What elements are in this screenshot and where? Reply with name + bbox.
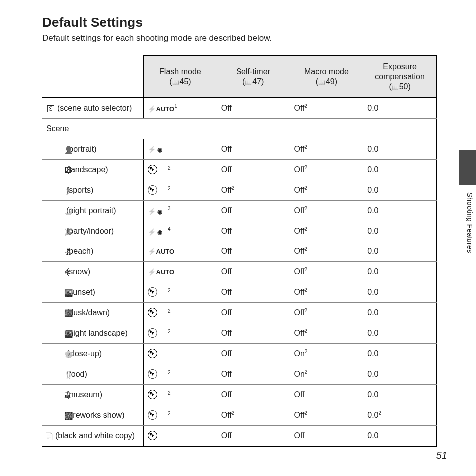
cell-flash bbox=[144, 344, 217, 364]
page-title: Default Settings bbox=[42, 15, 437, 30]
mode-icon: 🎆 bbox=[55, 412, 64, 420]
row-label-night-portrait: 🌙(night portrait) bbox=[42, 201, 144, 221]
mode-icon: 🅂 bbox=[46, 105, 55, 113]
row-label-dusk: 🌆(dusk/dawn) bbox=[42, 303, 144, 323]
section-tab bbox=[459, 150, 476, 185]
cell-macro: On2 bbox=[290, 364, 363, 385]
cell-macro: Off2 bbox=[290, 405, 363, 426]
cell-timer: Off bbox=[217, 98, 290, 119]
row-label-beach: 🏖(beach) bbox=[42, 241, 144, 262]
row-label-party: 🎉(party/indoor) bbox=[42, 221, 144, 241]
mode-icon: 📄 bbox=[44, 432, 53, 441]
cell-timer: Off bbox=[217, 344, 290, 364]
page-number: 51 bbox=[436, 450, 447, 461]
cell-macro: Off2 bbox=[290, 221, 363, 241]
cell-timer: Off bbox=[217, 364, 290, 385]
flash-off-icon bbox=[148, 287, 157, 297]
cell-macro: Off2 bbox=[290, 262, 363, 282]
cell-flash: 3 bbox=[144, 201, 217, 221]
cell-macro: Off2 bbox=[290, 282, 363, 303]
row-label-food: 🍴(food) bbox=[42, 364, 144, 385]
row-label-fireworks: 🎆(fireworks show) bbox=[42, 405, 144, 426]
cell-flash: 2 bbox=[144, 323, 217, 344]
table-row: 🌇(sunset)2OffOff20.0 bbox=[42, 282, 437, 303]
cell-macro: Off2 bbox=[290, 160, 363, 180]
table-row: 🌆(dusk/dawn)2OffOff20.0 bbox=[42, 303, 437, 323]
cell-exposure: 0.0 bbox=[363, 282, 437, 303]
cell-timer: Off bbox=[217, 426, 290, 447]
scene-group-label: Scene bbox=[42, 119, 144, 139]
cell-flash: AUTO bbox=[144, 241, 217, 262]
mode-icon: 🌃 bbox=[55, 330, 64, 338]
table-row: 🏖(beach)AUTOOffOff20.0 bbox=[42, 241, 437, 262]
cell-macro: Off bbox=[290, 426, 363, 447]
cell-flash: 2 bbox=[144, 385, 217, 405]
table-row: 🖼(landscape)2OffOff20.0 bbox=[42, 160, 437, 180]
row-label-snow: ❄(snow) bbox=[42, 262, 144, 282]
cell-timer: Off bbox=[217, 160, 290, 180]
cell-exposure: 0.0 bbox=[363, 303, 437, 323]
header-blank bbox=[42, 56, 144, 98]
cell-exposure: 0.0 bbox=[363, 262, 437, 282]
table-row: 🌸(close-up)OffOn20.0 bbox=[42, 344, 437, 364]
cell-flash: 2 bbox=[144, 303, 217, 323]
book-icon bbox=[172, 77, 180, 86]
cell-exposure: 0.0 bbox=[363, 201, 437, 221]
cell-flash: 2 bbox=[144, 282, 217, 303]
cell-exposure: 0.0 bbox=[363, 364, 437, 385]
flash-off-icon bbox=[148, 369, 157, 379]
cell-flash: 2 bbox=[144, 364, 217, 385]
cell-macro: On2 bbox=[290, 344, 363, 364]
cell-flash bbox=[144, 426, 217, 447]
cell-timer: Off bbox=[217, 262, 290, 282]
intro-text: Default settings for each shooting mode … bbox=[42, 33, 437, 43]
cell-exposure: 0.0 bbox=[363, 180, 437, 201]
mode-icon: 🏖 bbox=[55, 248, 64, 256]
cell-macro: Off2 bbox=[290, 303, 363, 323]
section-label: Shooting Features bbox=[466, 192, 474, 253]
row-label-bw-copy: 📄(black and white copy) bbox=[42, 426, 144, 447]
mode-icon: 🖼 bbox=[55, 166, 64, 175]
row-label-sports: 🏃(sports) bbox=[42, 180, 144, 201]
cell-macro: Off bbox=[290, 385, 363, 405]
cell-exposure: 0.02 bbox=[363, 405, 437, 426]
book-icon bbox=[392, 82, 399, 91]
cell-exposure: 0.0 bbox=[363, 344, 437, 364]
flash-off-icon bbox=[148, 390, 157, 399]
row-label-scene-auto: 🅂(scene auto selector) bbox=[42, 98, 144, 119]
table-row: 🍴(food)2OffOn20.0 bbox=[42, 364, 437, 385]
page-content: Default Settings Default settings for ea… bbox=[42, 15, 437, 447]
cell-timer: Off bbox=[217, 139, 290, 160]
row-label-night-land: 🌃(night landscape) bbox=[42, 323, 144, 344]
table-header-row: Flash mode (45) Self-timer (47) Macro mo… bbox=[42, 56, 437, 98]
cell-flash bbox=[144, 139, 217, 160]
cell-flash: AUTO1 bbox=[144, 98, 217, 119]
cell-timer: Off2 bbox=[217, 180, 290, 201]
cell-macro: Off2 bbox=[290, 201, 363, 221]
row-label-landscape: 🖼(landscape) bbox=[42, 160, 144, 180]
cell-timer: Off bbox=[217, 303, 290, 323]
header-flash: Flash mode (45) bbox=[144, 56, 217, 98]
flash-off-icon bbox=[148, 185, 157, 195]
mode-icon: 🏛 bbox=[55, 391, 64, 400]
mode-icon: 👤 bbox=[55, 146, 64, 154]
scene-group-row: Scene bbox=[42, 119, 437, 139]
cell-timer: Off bbox=[217, 241, 290, 262]
row-label-museum: 🏛(museum) bbox=[42, 385, 144, 405]
cell-exposure: 0.0 bbox=[363, 426, 437, 447]
table-row: 👤(portrait)OffOff20.0 bbox=[42, 139, 437, 160]
cell-macro: Off2 bbox=[290, 241, 363, 262]
cell-macro: Off2 bbox=[290, 139, 363, 160]
table-row: 🏃(sports)2Off2Off20.0 bbox=[42, 180, 437, 201]
row-label-sunset: 🌇(sunset) bbox=[42, 282, 144, 303]
table-row: 🅂(scene auto selector)AUTO1OffOff20.0 bbox=[42, 98, 437, 119]
cell-timer: Off bbox=[217, 385, 290, 405]
cell-exposure: 0.0 bbox=[363, 385, 437, 405]
flash-off-icon bbox=[148, 349, 157, 358]
cell-flash: 4 bbox=[144, 221, 217, 241]
header-exposure: Exposure compensation (50) bbox=[363, 56, 437, 98]
flash-off-icon bbox=[148, 431, 157, 440]
cell-timer: Off bbox=[217, 323, 290, 344]
book-icon bbox=[318, 77, 326, 86]
cell-exposure: 0.0 bbox=[363, 139, 437, 160]
